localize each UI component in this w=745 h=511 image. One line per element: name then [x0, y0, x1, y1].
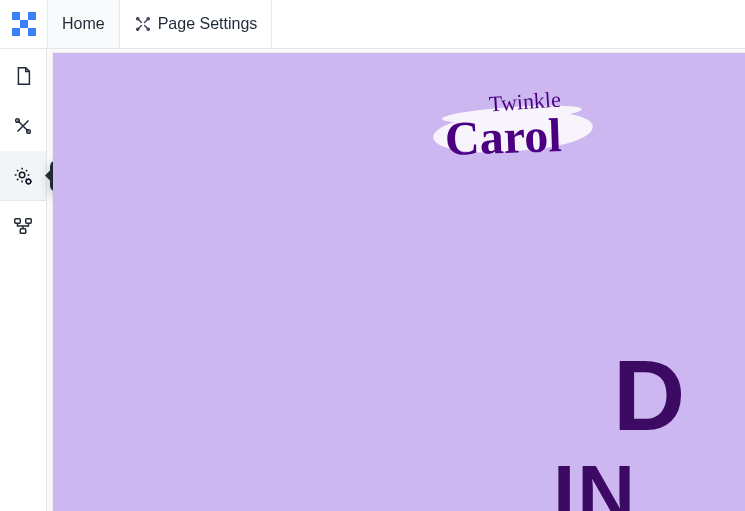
flow-icon [12, 215, 34, 237]
design-icon [12, 115, 34, 137]
svg-rect-1 [28, 12, 36, 20]
site-brand-logo: Twinkle Carol [433, 91, 593, 161]
brand-text-main: Carol [444, 107, 562, 166]
svg-point-11 [19, 172, 24, 178]
sidebar-item-appearance[interactable] [0, 101, 46, 151]
svg-rect-2 [12, 28, 20, 36]
svg-rect-15 [20, 229, 26, 234]
tab-label: Home [62, 15, 105, 33]
hero-line-1: D [613, 353, 687, 438]
page-icon [12, 65, 34, 87]
svg-rect-0 [12, 12, 20, 20]
tab-label: Page Settings [158, 15, 258, 33]
svg-rect-14 [26, 219, 32, 224]
app-logo[interactable] [0, 0, 48, 48]
sidebar-item-components[interactable] [0, 201, 46, 251]
top-bar: Home Page Settings [0, 0, 745, 49]
sidebar: Site Settings [0, 49, 47, 511]
tools-icon [134, 15, 152, 33]
hero-heading: D IN [613, 353, 687, 511]
sidebar-item-pages[interactable] [0, 51, 46, 101]
svg-rect-13 [15, 219, 21, 224]
svg-rect-4 [20, 20, 28, 28]
gear-icon [12, 165, 34, 187]
sidebar-item-site-settings[interactable]: Site Settings [0, 151, 46, 201]
tab-page-settings[interactable]: Page Settings [120, 0, 273, 48]
canvas-area: Twinkle Carol D IN [47, 49, 745, 511]
app-body: Site Settings Twinkle Carol D IN [0, 49, 745, 511]
tab-home[interactable]: Home [48, 0, 120, 48]
page-canvas[interactable]: Twinkle Carol D IN [53, 53, 745, 511]
app-logo-icon [6, 6, 42, 42]
svg-point-12 [26, 179, 31, 184]
hero-line-2: IN [553, 458, 687, 511]
svg-rect-3 [28, 28, 36, 36]
